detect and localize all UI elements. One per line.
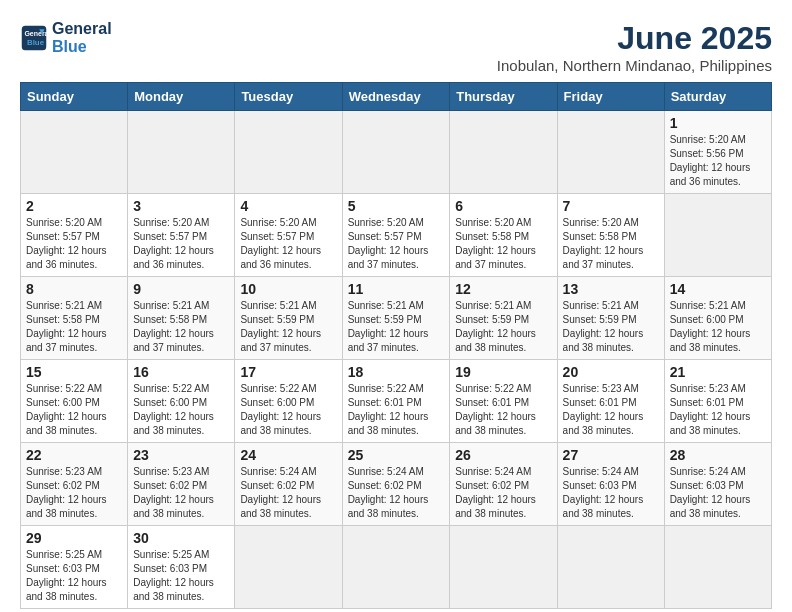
day-info: Sunrise: 5:23 AM Sunset: 6:01 PM Dayligh… [563, 382, 659, 438]
calendar-cell: 6Sunrise: 5:20 AM Sunset: 5:58 PM Daylig… [450, 194, 557, 277]
day-info: Sunrise: 5:24 AM Sunset: 6:03 PM Dayligh… [670, 465, 766, 521]
day-number: 1 [670, 115, 766, 131]
calendar-cell: 26Sunrise: 5:24 AM Sunset: 6:02 PM Dayli… [450, 443, 557, 526]
day-info: Sunrise: 5:20 AM Sunset: 5:57 PM Dayligh… [348, 216, 445, 272]
day-number: 19 [455, 364, 551, 380]
calendar-cell-empty [557, 526, 664, 609]
calendar-cell: 27Sunrise: 5:24 AM Sunset: 6:03 PM Dayli… [557, 443, 664, 526]
calendar-week-4: 22Sunrise: 5:23 AM Sunset: 6:02 PM Dayli… [21, 443, 772, 526]
calendar-cell: 23Sunrise: 5:23 AM Sunset: 6:02 PM Dayli… [128, 443, 235, 526]
calendar-week-0: 1Sunrise: 5:20 AM Sunset: 5:56 PM Daylig… [21, 111, 772, 194]
calendar-cell: 1Sunrise: 5:20 AM Sunset: 5:56 PM Daylig… [664, 111, 771, 194]
day-number: 27 [563, 447, 659, 463]
day-number: 18 [348, 364, 445, 380]
day-info: Sunrise: 5:24 AM Sunset: 6:03 PM Dayligh… [563, 465, 659, 521]
header: General Blue General Blue June 2025 Inob… [20, 20, 772, 74]
day-info: Sunrise: 5:22 AM Sunset: 6:00 PM Dayligh… [133, 382, 229, 438]
day-info: Sunrise: 5:21 AM Sunset: 5:58 PM Dayligh… [26, 299, 122, 355]
calendar-cell-empty [235, 111, 342, 194]
calendar-week-1: 2Sunrise: 5:20 AM Sunset: 5:57 PM Daylig… [21, 194, 772, 277]
day-info: Sunrise: 5:24 AM Sunset: 6:02 PM Dayligh… [455, 465, 551, 521]
day-number: 20 [563, 364, 659, 380]
header-row: SundayMondayTuesdayWednesdayThursdayFrid… [21, 83, 772, 111]
day-info: Sunrise: 5:21 AM Sunset: 5:59 PM Dayligh… [348, 299, 445, 355]
day-number: 5 [348, 198, 445, 214]
calendar-week-5: 29Sunrise: 5:25 AM Sunset: 6:03 PM Dayli… [21, 526, 772, 609]
calendar-cell: 20Sunrise: 5:23 AM Sunset: 6:01 PM Dayli… [557, 360, 664, 443]
day-header-saturday: Saturday [664, 83, 771, 111]
day-info: Sunrise: 5:24 AM Sunset: 6:02 PM Dayligh… [240, 465, 336, 521]
day-number: 11 [348, 281, 445, 297]
day-number: 2 [26, 198, 122, 214]
day-info: Sunrise: 5:21 AM Sunset: 5:59 PM Dayligh… [240, 299, 336, 355]
calendar-cell: 7Sunrise: 5:20 AM Sunset: 5:58 PM Daylig… [557, 194, 664, 277]
calendar-week-2: 8Sunrise: 5:21 AM Sunset: 5:58 PM Daylig… [21, 277, 772, 360]
day-number: 12 [455, 281, 551, 297]
calendar-cell: 11Sunrise: 5:21 AM Sunset: 5:59 PM Dayli… [342, 277, 450, 360]
day-header-thursday: Thursday [450, 83, 557, 111]
calendar-cell: 2Sunrise: 5:20 AM Sunset: 5:57 PM Daylig… [21, 194, 128, 277]
day-number: 14 [670, 281, 766, 297]
calendar-cell: 25Sunrise: 5:24 AM Sunset: 6:02 PM Dayli… [342, 443, 450, 526]
day-number: 15 [26, 364, 122, 380]
day-header-tuesday: Tuesday [235, 83, 342, 111]
calendar-cell: 19Sunrise: 5:22 AM Sunset: 6:01 PM Dayli… [450, 360, 557, 443]
calendar-week-3: 15Sunrise: 5:22 AM Sunset: 6:00 PM Dayli… [21, 360, 772, 443]
calendar-table: SundayMondayTuesdayWednesdayThursdayFrid… [20, 82, 772, 609]
day-number: 28 [670, 447, 766, 463]
calendar-cell: 22Sunrise: 5:23 AM Sunset: 6:02 PM Dayli… [21, 443, 128, 526]
day-number: 24 [240, 447, 336, 463]
calendar-subtitle: Inobulan, Northern Mindanao, Philippines [497, 57, 772, 74]
logo: General Blue General Blue [20, 20, 112, 56]
calendar-cell: 12Sunrise: 5:21 AM Sunset: 5:59 PM Dayli… [450, 277, 557, 360]
calendar-cell-empty [664, 526, 771, 609]
calendar-cell: 17Sunrise: 5:22 AM Sunset: 6:00 PM Dayli… [235, 360, 342, 443]
day-number: 17 [240, 364, 336, 380]
day-info: Sunrise: 5:24 AM Sunset: 6:02 PM Dayligh… [348, 465, 445, 521]
day-info: Sunrise: 5:22 AM Sunset: 6:00 PM Dayligh… [240, 382, 336, 438]
calendar-cell-empty [664, 194, 771, 277]
calendar-cell-empty [450, 111, 557, 194]
calendar-cell: 9Sunrise: 5:21 AM Sunset: 5:58 PM Daylig… [128, 277, 235, 360]
day-info: Sunrise: 5:20 AM Sunset: 5:57 PM Dayligh… [133, 216, 229, 272]
day-header-monday: Monday [128, 83, 235, 111]
day-number: 3 [133, 198, 229, 214]
calendar-cell: 28Sunrise: 5:24 AM Sunset: 6:03 PM Dayli… [664, 443, 771, 526]
calendar-cell-empty [21, 111, 128, 194]
calendar-cell: 21Sunrise: 5:23 AM Sunset: 6:01 PM Dayli… [664, 360, 771, 443]
day-info: Sunrise: 5:20 AM Sunset: 5:57 PM Dayligh… [26, 216, 122, 272]
calendar-cell: 5Sunrise: 5:20 AM Sunset: 5:57 PM Daylig… [342, 194, 450, 277]
day-header-friday: Friday [557, 83, 664, 111]
day-info: Sunrise: 5:23 AM Sunset: 6:02 PM Dayligh… [26, 465, 122, 521]
calendar-cell-empty [557, 111, 664, 194]
day-info: Sunrise: 5:22 AM Sunset: 6:01 PM Dayligh… [348, 382, 445, 438]
calendar-cell-empty [450, 526, 557, 609]
day-number: 4 [240, 198, 336, 214]
title-area: June 2025 Inobulan, Northern Mindanao, P… [497, 20, 772, 74]
day-info: Sunrise: 5:25 AM Sunset: 6:03 PM Dayligh… [133, 548, 229, 604]
calendar-cell: 18Sunrise: 5:22 AM Sunset: 6:01 PM Dayli… [342, 360, 450, 443]
calendar-cell: 14Sunrise: 5:21 AM Sunset: 6:00 PM Dayli… [664, 277, 771, 360]
day-info: Sunrise: 5:20 AM Sunset: 5:58 PM Dayligh… [455, 216, 551, 272]
svg-text:Blue: Blue [27, 38, 45, 47]
day-number: 13 [563, 281, 659, 297]
day-info: Sunrise: 5:20 AM Sunset: 5:56 PM Dayligh… [670, 133, 766, 189]
day-info: Sunrise: 5:25 AM Sunset: 6:03 PM Dayligh… [26, 548, 122, 604]
day-info: Sunrise: 5:21 AM Sunset: 5:59 PM Dayligh… [563, 299, 659, 355]
logo-icon: General Blue [20, 24, 48, 52]
calendar-cell-empty [342, 526, 450, 609]
day-info: Sunrise: 5:23 AM Sunset: 6:02 PM Dayligh… [133, 465, 229, 521]
day-number: 21 [670, 364, 766, 380]
svg-text:General: General [24, 30, 48, 37]
calendar-cell: 16Sunrise: 5:22 AM Sunset: 6:00 PM Dayli… [128, 360, 235, 443]
calendar-cell: 15Sunrise: 5:22 AM Sunset: 6:00 PM Dayli… [21, 360, 128, 443]
day-header-wednesday: Wednesday [342, 83, 450, 111]
day-info: Sunrise: 5:20 AM Sunset: 5:57 PM Dayligh… [240, 216, 336, 272]
calendar-cell: 29Sunrise: 5:25 AM Sunset: 6:03 PM Dayli… [21, 526, 128, 609]
day-info: Sunrise: 5:22 AM Sunset: 6:00 PM Dayligh… [26, 382, 122, 438]
calendar-title: June 2025 [497, 20, 772, 57]
day-number: 22 [26, 447, 122, 463]
calendar-cell: 3Sunrise: 5:20 AM Sunset: 5:57 PM Daylig… [128, 194, 235, 277]
day-number: 10 [240, 281, 336, 297]
day-info: Sunrise: 5:22 AM Sunset: 6:01 PM Dayligh… [455, 382, 551, 438]
